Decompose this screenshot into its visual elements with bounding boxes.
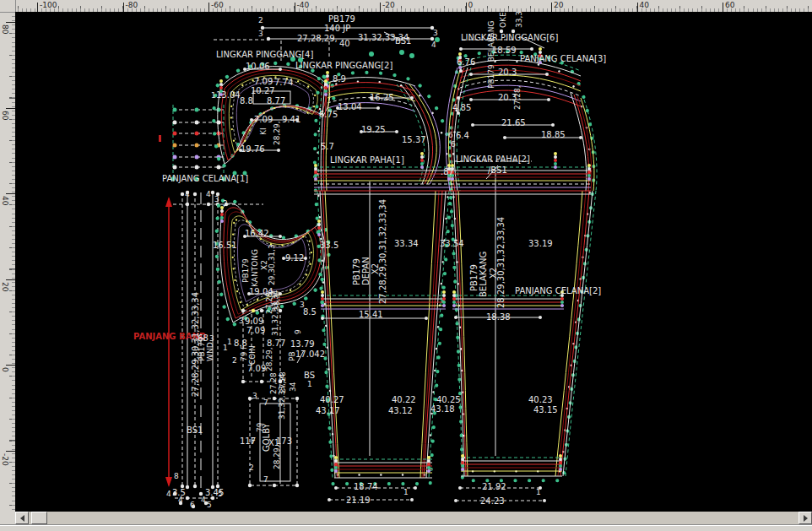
scroll-right-button[interactable] (798, 512, 812, 524)
scrollbar-corner (0, 512, 15, 524)
pattern-canvas[interactable]: 2PB179140 JP327,28,29,4031,32,33,34BS134… (15, 12, 812, 512)
ruler-tick (6, 365, 15, 366)
scroll-left-button[interactable] (15, 512, 29, 524)
ruler-tick (6, 22, 15, 23)
ruler-corner (0, 0, 16, 13)
cad-window: -100-80-60-40-200204060 806040200-20 (0, 0, 812, 531)
status-bar (0, 524, 812, 531)
ruler-tick (6, 279, 15, 280)
ruler-label: 60 (1, 111, 9, 120)
left-arrow-icon (20, 515, 24, 522)
ruler-tick (6, 451, 15, 452)
pattern-drawing (15, 12, 812, 512)
ruler-tick (6, 193, 15, 194)
ruler-label: 40 (640, 1, 649, 9)
ruler-label: 60 (725, 1, 734, 9)
ruler-tick (37, 3, 38, 12)
left-ruler[interactable]: 806040200-20 (0, 12, 16, 512)
ruler-label: -100 (40, 1, 57, 9)
ruler-tick (723, 3, 723, 12)
ruler-label: -40 (297, 1, 310, 9)
ruler-tick (6, 108, 15, 109)
ruler-label: 0 (468, 1, 474, 9)
ruler-label: -80 (126, 1, 138, 9)
ruler-tick (208, 3, 209, 12)
ruler-tick (123, 3, 124, 12)
ruler-label: -60 (211, 1, 224, 9)
ruler-label: 20 (1, 282, 9, 291)
ruler-label: -20 (382, 1, 395, 9)
right-arrow-icon (804, 515, 808, 522)
ruler-label: 40 (1, 196, 9, 205)
ruler-label: 80 (1, 24, 9, 34)
ruler-tick (295, 3, 295, 12)
ruler-tick (380, 3, 381, 12)
ruler-tick (637, 3, 638, 12)
ruler-label: 0 (1, 367, 9, 372)
ruler-label: 20 (554, 1, 563, 9)
scrollbar-thumb[interactable] (31, 512, 47, 524)
top-ruler[interactable]: -100-80-60-40-200204060 (0, 0, 812, 13)
horizontal-scrollbar[interactable] (15, 512, 812, 524)
ruler-label: -20 (1, 453, 9, 466)
ruler-tick (551, 3, 552, 12)
ruler-tick (466, 3, 467, 12)
